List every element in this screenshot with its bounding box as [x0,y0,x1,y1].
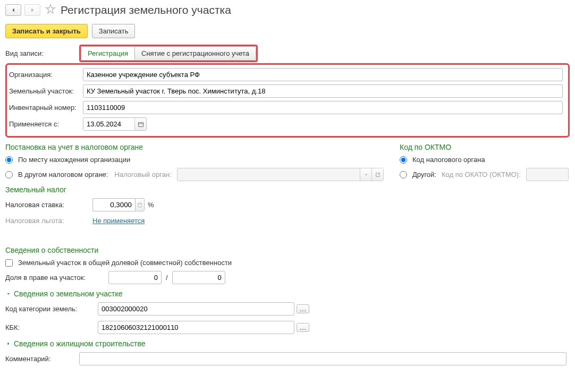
tax-reg-radio-location[interactable] [5,156,13,164]
land-category-lookup-button[interactable]: … [297,304,309,313]
land-category-label: Код категории земель: [5,305,96,313]
tax-org-label: Налоговый орган: [114,171,171,178]
favorite-star-icon[interactable] [45,3,56,16]
tax-org-input [177,168,360,181]
comment-input[interactable] [79,352,566,365]
organization-input[interactable] [83,68,563,81]
oktmo-title: Код по ОКТМО [400,143,570,151]
tax-reg-option-location: По месту нахождения организации [18,156,130,164]
kbk-label: КБК: [5,323,96,331]
oktmo-radio-other[interactable] [400,171,407,178]
open-lookup-icon[interactable] [371,168,383,181]
page-title: Регистрация земельного участка [61,4,231,16]
nav-back-button[interactable] [5,4,21,16]
land-plot-label: Земельный участок: [9,87,81,95]
oktmo-option-taxcode: Код налогового органа [412,156,485,164]
land-category-input[interactable] [98,302,294,316]
share-denominator-input[interactable] [172,271,225,284]
chevron-down-icon [5,291,12,297]
land-details-collapser[interactable]: Сведения о земельном участке [5,289,570,298]
tax-rate-label: Налоговая ставка: [5,201,90,209]
save-and-close-button[interactable]: Записать и закрыть [5,24,88,38]
tab-deregister[interactable]: Снятие с регистрационного учета [134,46,256,61]
highlighted-section: Организация: Земельный участок: Инвентар… [5,63,570,138]
tax-benefit-label: Налоговая льгота: [5,217,90,225]
svg-rect-0 [138,122,143,126]
comment-label: Комментарий: [5,355,77,363]
tax-registration-title: Постановка на учет в налоговом органе [5,143,384,151]
housing-collapser[interactable]: Сведения о жилищном строительстве [5,339,570,348]
svg-rect-2 [138,203,142,207]
land-tax-title: Земельный налог [5,185,384,194]
calendar-icon[interactable] [134,118,146,130]
dropdown-icon[interactable] [360,168,371,181]
calculator-icon[interactable] [135,198,145,211]
ownership-title: Сведения о собственности [5,246,570,254]
kbk-lookup-button[interactable]: … [297,323,309,332]
save-button[interactable]: Записать [92,24,136,38]
share-label: Доля в праве на участок: [5,274,106,282]
record-type-label: Вид записи: [5,49,77,57]
organization-label: Организация: [9,71,81,79]
okato-input-group [526,168,569,181]
okato-input [527,168,575,181]
nav-forward-button[interactable] [24,4,40,16]
tax-reg-radio-other[interactable] [5,171,13,178]
okato-label: Код по ОКАТО (ОКТМО): [442,171,521,178]
applied-from-date-group [83,117,147,131]
percent-sign: % [148,201,154,209]
shared-ownership-label: Земельный участок в общей долевой (совме… [18,259,232,267]
oktmo-option-other: Другой: [412,171,436,178]
inventory-number-input[interactable] [83,101,563,114]
land-plot-input[interactable] [83,84,563,98]
share-numerator-input[interactable] [108,271,162,284]
tax-benefit-link[interactable]: Не применяется [92,217,145,225]
tax-reg-option-other: В другом налоговом органе: [18,171,108,178]
tax-rate-input[interactable] [92,198,135,211]
applied-from-date-input[interactable] [83,118,134,130]
applied-from-label: Применяется с: [9,120,81,128]
slash-separator: / [166,274,168,282]
tax-rate-group [92,198,145,211]
tax-org-lookup [177,168,384,181]
kbk-input[interactable] [98,321,294,334]
inventory-number-label: Инвентарный номер: [9,104,81,112]
record-type-tabs: Регистрация Снятие с регистрационного уч… [79,45,258,62]
chevron-right-icon [5,340,12,347]
tab-register[interactable]: Регистрация [81,46,134,61]
shared-ownership-checkbox[interactable] [5,259,13,267]
oktmo-radio-taxcode[interactable] [400,156,407,164]
